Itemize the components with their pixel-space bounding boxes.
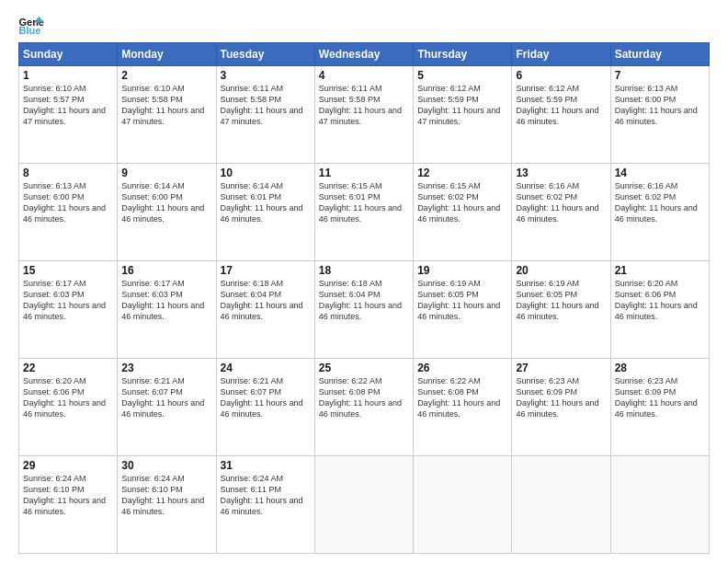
- day-number: 21: [615, 264, 705, 277]
- day-number: 23: [121, 362, 211, 374]
- day-number: 17: [221, 264, 311, 277]
- day-info: Sunrise: 6:16 AMSunset: 6:02 PMDaylight:…: [615, 180, 705, 225]
- calendar-cell: 17 Sunrise: 6:18 AMSunset: 6:04 PMDaylig…: [216, 261, 314, 359]
- calendar-header-row: SundayMondayTuesdayWednesdayThursdayFrid…: [19, 43, 710, 66]
- calendar-cell: 6 Sunrise: 6:12 AMSunset: 5:59 PMDayligh…: [512, 66, 610, 164]
- day-number: 29: [23, 459, 113, 472]
- day-number: 25: [319, 362, 409, 374]
- calendar-cell: 15 Sunrise: 6:17 AMSunset: 6:03 PMDaylig…: [19, 261, 118, 359]
- calendar-cell: 2 Sunrise: 6:10 AMSunset: 5:58 PMDayligh…: [118, 66, 216, 164]
- day-number: 27: [516, 362, 606, 374]
- day-number: 16: [121, 264, 211, 277]
- day-info: Sunrise: 6:11 AMSunset: 5:58 PMDaylight:…: [221, 83, 311, 128]
- day-number: 4: [319, 69, 409, 82]
- calendar-cell: 19 Sunrise: 6:19 AMSunset: 6:05 PMDaylig…: [414, 261, 512, 359]
- day-info: Sunrise: 6:24 AMSunset: 6:10 PMDaylight:…: [23, 473, 113, 518]
- calendar-cell: 27 Sunrise: 6:23 AMSunset: 6:09 PMDaylig…: [512, 359, 610, 456]
- day-info: Sunrise: 6:17 AMSunset: 6:03 PMDaylight:…: [23, 278, 113, 323]
- day-number: 24: [221, 362, 311, 374]
- calendar-cell: [512, 456, 610, 554]
- calendar-cell: 29 Sunrise: 6:24 AMSunset: 6:10 PMDaylig…: [19, 456, 118, 554]
- day-info: Sunrise: 6:24 AMSunset: 6:11 PMDaylight:…: [221, 473, 311, 518]
- calendar-cell: 23 Sunrise: 6:21 AMSunset: 6:07 PMDaylig…: [118, 359, 216, 456]
- day-info: Sunrise: 6:19 AMSunset: 6:05 PMDaylight:…: [516, 278, 606, 323]
- calendar-cell: 31 Sunrise: 6:24 AMSunset: 6:11 PMDaylig…: [216, 456, 314, 554]
- day-number: 5: [417, 69, 507, 82]
- calendar-cell: 22 Sunrise: 6:20 AMSunset: 6:06 PMDaylig…: [19, 359, 118, 456]
- day-number: 1: [23, 69, 113, 82]
- calendar-cell: 14 Sunrise: 6:16 AMSunset: 6:02 PMDaylig…: [610, 164, 709, 261]
- calendar-header-wednesday: Wednesday: [314, 43, 413, 66]
- calendar-cell: 8 Sunrise: 6:13 AMSunset: 6:00 PMDayligh…: [19, 164, 118, 261]
- calendar-header-monday: Monday: [118, 43, 216, 66]
- day-number: 26: [417, 362, 507, 374]
- day-info: Sunrise: 6:10 AMSunset: 5:57 PMDaylight:…: [23, 83, 113, 128]
- calendar-header-tuesday: Tuesday: [216, 43, 314, 66]
- calendar-cell: 4 Sunrise: 6:11 AMSunset: 5:58 PMDayligh…: [314, 66, 413, 164]
- calendar-cell: 3 Sunrise: 6:11 AMSunset: 5:58 PMDayligh…: [216, 66, 314, 164]
- day-number: 15: [23, 264, 113, 277]
- calendar-week-4: 22 Sunrise: 6:20 AMSunset: 6:06 PMDaylig…: [19, 359, 710, 456]
- day-number: 14: [615, 167, 705, 179]
- day-info: Sunrise: 6:23 AMSunset: 6:09 PMDaylight:…: [516, 375, 606, 420]
- day-info: Sunrise: 6:14 AMSunset: 6:01 PMDaylight:…: [221, 180, 311, 225]
- calendar-week-1: 1 Sunrise: 6:10 AMSunset: 5:57 PMDayligh…: [19, 66, 710, 164]
- day-info: Sunrise: 6:23 AMSunset: 6:09 PMDaylight:…: [615, 375, 705, 420]
- calendar-header-thursday: Thursday: [414, 43, 512, 66]
- day-info: Sunrise: 6:18 AMSunset: 6:04 PMDaylight:…: [221, 278, 311, 323]
- calendar-week-2: 8 Sunrise: 6:13 AMSunset: 6:00 PMDayligh…: [19, 164, 710, 261]
- calendar-cell: 20 Sunrise: 6:19 AMSunset: 6:05 PMDaylig…: [512, 261, 610, 359]
- day-number: 8: [23, 167, 113, 179]
- day-number: 31: [221, 459, 311, 472]
- calendar-table: SundayMondayTuesdayWednesdayThursdayFrid…: [18, 42, 710, 554]
- day-info: Sunrise: 6:18 AMSunset: 6:04 PMDaylight:…: [319, 278, 409, 323]
- day-info: Sunrise: 6:22 AMSunset: 6:08 PMDaylight:…: [417, 375, 507, 420]
- calendar-header-sunday: Sunday: [19, 43, 118, 66]
- calendar-week-3: 15 Sunrise: 6:17 AMSunset: 6:03 PMDaylig…: [19, 261, 710, 359]
- day-info: Sunrise: 6:13 AMSunset: 6:00 PMDaylight:…: [23, 180, 113, 225]
- calendar-cell: 5 Sunrise: 6:12 AMSunset: 5:59 PMDayligh…: [414, 66, 512, 164]
- calendar-cell: [414, 456, 512, 554]
- calendar-cell: [610, 456, 709, 554]
- day-info: Sunrise: 6:20 AMSunset: 6:06 PMDaylight:…: [615, 278, 705, 323]
- day-number: 3: [221, 69, 311, 82]
- day-info: Sunrise: 6:12 AMSunset: 5:59 PMDaylight:…: [516, 83, 606, 128]
- day-info: Sunrise: 6:15 AMSunset: 6:02 PMDaylight:…: [417, 180, 507, 225]
- generalblue-logo-icon: General Blue: [18, 15, 44, 35]
- calendar-cell: 25 Sunrise: 6:22 AMSunset: 6:08 PMDaylig…: [314, 359, 413, 456]
- day-number: 20: [516, 264, 606, 277]
- day-info: Sunrise: 6:10 AMSunset: 5:58 PMDaylight:…: [121, 83, 211, 128]
- page: General Blue SundayMondayTuesdayWednesda…: [0, 0, 728, 563]
- header: General Blue: [18, 15, 710, 35]
- calendar-cell: 1 Sunrise: 6:10 AMSunset: 5:57 PMDayligh…: [19, 66, 118, 164]
- day-info: Sunrise: 6:21 AMSunset: 6:07 PMDaylight:…: [121, 375, 211, 420]
- day-number: 22: [23, 362, 113, 374]
- day-number: 2: [121, 69, 211, 82]
- calendar-cell: 16 Sunrise: 6:17 AMSunset: 6:03 PMDaylig…: [118, 261, 216, 359]
- calendar-cell: 10 Sunrise: 6:14 AMSunset: 6:01 PMDaylig…: [216, 164, 314, 261]
- day-info: Sunrise: 6:19 AMSunset: 6:05 PMDaylight:…: [417, 278, 507, 323]
- calendar-cell: [314, 456, 413, 554]
- day-info: Sunrise: 6:12 AMSunset: 5:59 PMDaylight:…: [417, 83, 507, 128]
- day-number: 19: [417, 264, 507, 277]
- calendar-cell: 11 Sunrise: 6:15 AMSunset: 6:01 PMDaylig…: [314, 164, 413, 261]
- calendar-header-saturday: Saturday: [610, 43, 709, 66]
- calendar-cell: 30 Sunrise: 6:24 AMSunset: 6:10 PMDaylig…: [118, 456, 216, 554]
- day-info: Sunrise: 6:13 AMSunset: 6:00 PMDaylight:…: [615, 83, 705, 128]
- calendar-cell: 18 Sunrise: 6:18 AMSunset: 6:04 PMDaylig…: [314, 261, 413, 359]
- day-info: Sunrise: 6:22 AMSunset: 6:08 PMDaylight:…: [319, 375, 409, 420]
- day-info: Sunrise: 6:11 AMSunset: 5:58 PMDaylight:…: [319, 83, 409, 128]
- day-number: 11: [319, 167, 409, 179]
- day-info: Sunrise: 6:15 AMSunset: 6:01 PMDaylight:…: [319, 180, 409, 225]
- day-number: 6: [516, 69, 606, 82]
- calendar-header-friday: Friday: [512, 43, 610, 66]
- calendar-cell: 26 Sunrise: 6:22 AMSunset: 6:08 PMDaylig…: [414, 359, 512, 456]
- day-number: 7: [615, 69, 705, 82]
- day-number: 30: [121, 459, 211, 472]
- day-info: Sunrise: 6:14 AMSunset: 6:00 PMDaylight:…: [121, 180, 211, 225]
- calendar-cell: 12 Sunrise: 6:15 AMSunset: 6:02 PMDaylig…: [414, 164, 512, 261]
- calendar-cell: 9 Sunrise: 6:14 AMSunset: 6:00 PMDayligh…: [118, 164, 216, 261]
- calendar-cell: 13 Sunrise: 6:16 AMSunset: 6:02 PMDaylig…: [512, 164, 610, 261]
- day-info: Sunrise: 6:24 AMSunset: 6:10 PMDaylight:…: [121, 473, 211, 518]
- calendar-cell: 28 Sunrise: 6:23 AMSunset: 6:09 PMDaylig…: [610, 359, 709, 456]
